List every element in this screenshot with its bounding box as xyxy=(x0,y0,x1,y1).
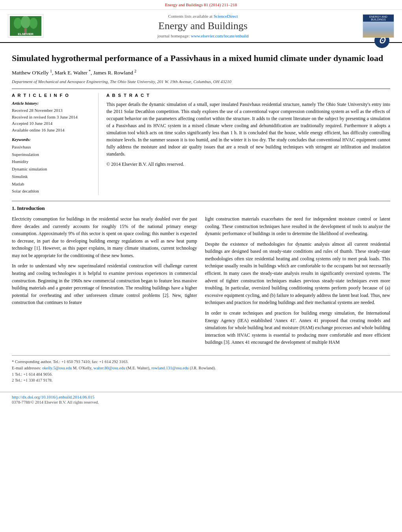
elsevier-tree-icon: ELSEVIER xyxy=(10,16,41,36)
authors-line: Matthew O'Kelly 1, Mark E. Walter *, Jam… xyxy=(12,69,390,76)
accepted-date: Accepted 10 June 2014 xyxy=(12,120,92,127)
logo-bottom-image xyxy=(363,22,394,37)
author-rowland: James R. Rowland 2 xyxy=(93,70,136,76)
intro-right-para2: Despite the existence of methodologies f… xyxy=(205,241,390,306)
keyword-superinsulation: Superinsulation xyxy=(12,151,92,158)
contents-available-line: Contents lists available at ScienceDirec… xyxy=(51,14,355,19)
available-date: Available online 16 June 2014 xyxy=(12,127,92,133)
doi-link[interactable]: http://dx.doi.org/10.1016/j.enbuild.2014… xyxy=(12,395,390,399)
corresponding-note: * Corresponding author. Tel.: +1 650 793… xyxy=(12,359,390,365)
email-link-okelly[interactable]: okelly.5@osu.edu xyxy=(42,366,72,370)
received-date: Received 28 November 2013 xyxy=(12,107,92,114)
svg-point-1 xyxy=(14,18,22,29)
issn-copyright: 0378-7788/© 2014 Elsevier B.V. All right… xyxy=(12,400,390,404)
journal-center-header: Contents lists available at ScienceDirec… xyxy=(43,14,363,38)
intro-right-para1: light construction materials exacerbates… xyxy=(205,215,390,237)
intro-right-para3: In order to create techniques and practi… xyxy=(205,310,390,346)
bottom-bar: http://dx.doi.org/10.1016/j.enbuild.2014… xyxy=(0,392,402,407)
introduction-heading: 1. Introduction xyxy=(12,205,390,211)
keyword-passivhaus: Passivhaus xyxy=(12,143,92,151)
email-addresses: E-mail addresses: okelly.5@osu.edu M. O'… xyxy=(12,365,390,371)
history-label: Article history: xyxy=(12,101,92,106)
homepage-url[interactable]: www.elsevier.com/locate/enbuild xyxy=(191,33,249,38)
journal-title: Energy and Buildings xyxy=(51,20,355,32)
article-info-heading: A R T I C L E I N F O xyxy=(12,93,92,98)
keyword-solar-decathlon: Solar decathlon xyxy=(12,187,92,195)
svg-text:ELSEVIER: ELSEVIER xyxy=(18,32,34,36)
keyword-matlab: Matlab xyxy=(12,180,92,188)
author-okelly: Matthew O'Kelly 1, xyxy=(12,70,55,76)
article-title: Simulated hygrothermal performance of a … xyxy=(12,53,390,64)
svg-point-2 xyxy=(21,16,30,28)
abstract-heading: A B S T R A C T xyxy=(106,93,390,98)
journal-logo-right: ENERGY AND BUILDINGS xyxy=(363,14,394,38)
divider-below-abstract xyxy=(12,201,390,201)
footnote1: 1 Tel.: +1 614 404 9056. xyxy=(12,371,390,378)
building-image xyxy=(363,22,394,37)
article-content: ʘ Simulated hygrothermal performance of … xyxy=(0,43,402,392)
info-abstract-section: A R T I C L E I N F O Article history: R… xyxy=(12,93,390,195)
abstract-text: This paper details the dynamic simulatio… xyxy=(106,101,390,158)
intro-left-col: Electricity consumption for buildings in… xyxy=(12,215,197,349)
introduction-section: 1. Introduction Electricity consumption … xyxy=(12,205,390,349)
email-link-rowland[interactable]: rowland.131@osu.edu xyxy=(151,366,189,370)
intro-right-col: light construction materials exacerbates… xyxy=(205,215,390,349)
introduction-body: Electricity consumption for buildings in… xyxy=(12,215,390,349)
journal-ref-text: Energy and Buildings 81 (2014) 211–218 xyxy=(165,2,237,7)
email-link-walter[interactable]: walter.80@osu.edu xyxy=(93,366,125,370)
copyright-text: © 2014 Elsevier B.V. All rights reserved… xyxy=(106,161,390,168)
elsevier-logo: ELSEVIER xyxy=(8,14,43,38)
abstract-column: A B S T R A C T This paper details the d… xyxy=(106,93,390,195)
journal-header: ELSEVIER Contents lists available at Sci… xyxy=(0,10,402,43)
sciencedirect-link[interactable]: ScienceDirect xyxy=(214,14,238,19)
journal-reference: Energy and Buildings 81 (2014) 211–218 xyxy=(0,0,402,10)
footnote2: 2 Tel.: +1 330 417 9178. xyxy=(12,377,390,384)
history-section: Article history: Received 28 November 20… xyxy=(12,101,92,133)
keyword-dynamic-simulation: Dynamic simulation xyxy=(12,165,92,173)
keywords-section: Keywords: Passivhaus Superinsulation Hum… xyxy=(12,137,92,195)
article-info-column: A R T I C L E I N F O Article history: R… xyxy=(12,93,99,195)
logo-top-text: ENERGY AND BUILDINGS xyxy=(363,15,394,22)
homepage-line: journal homepage: www.elsevier.com/locat… xyxy=(51,33,355,38)
intro-para1: Electricity consumption for buildings in… xyxy=(12,215,197,260)
author-walter: Mark E. Walter *, xyxy=(55,70,93,76)
received-revised-date: Received in revised form 3 June 2014 xyxy=(12,114,92,120)
divider-after-authors xyxy=(12,89,390,89)
keyword-humidity: Humidity xyxy=(12,158,92,165)
footnotes: * Corresponding author. Tel.: +1 650 793… xyxy=(12,355,390,386)
keywords-label: Keywords: xyxy=(12,137,92,142)
keyword-simulink: Simulink xyxy=(12,173,92,180)
affiliation: Department of Mechanical and Aerospace E… xyxy=(12,79,390,84)
intro-para2: In order to understand why new superinsu… xyxy=(12,262,197,306)
svg-point-3 xyxy=(30,18,37,29)
